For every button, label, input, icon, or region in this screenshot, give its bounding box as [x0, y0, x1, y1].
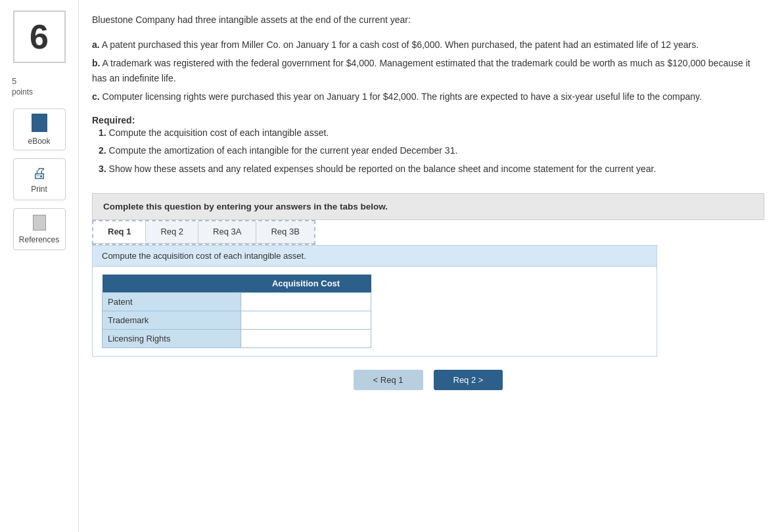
question-number-box: 6 [13, 11, 66, 63]
part-b: b. A trademark was registered with the f… [92, 56, 764, 85]
bottom-nav: < Req 1 Req 2 > [92, 370, 764, 403]
tab-req2[interactable]: Req 2 [146, 221, 198, 243]
tabs-wrapper: Req 1 Req 2 Req 3A Req 3B [92, 220, 315, 245]
print-icon: 🖨 [32, 165, 47, 182]
table-row-trademark: Trademark [103, 311, 371, 329]
references-button[interactable]: References [13, 208, 66, 250]
patent-input[interactable] [246, 296, 365, 308]
required-section: Required: 1. Compute the acquisition cos… [92, 115, 764, 177]
complete-question-box: Complete this question by entering your … [92, 193, 764, 220]
tab-req3b[interactable]: Req 3B [256, 221, 313, 243]
main-content: Bluestone Company had three intangible a… [79, 0, 784, 532]
trademark-value-cell[interactable] [241, 311, 371, 329]
patent-value-cell[interactable] [241, 292, 371, 311]
question-intro: Bluestone Company had three intangible a… [92, 13, 764, 27]
table-header-cost: Acquisition Cost [241, 275, 371, 293]
acquisition-cost-table: Acquisition Cost Patent Trade [102, 275, 371, 348]
tab-req1[interactable]: Req 1 [93, 221, 146, 243]
tab-req3a[interactable]: Req 3A [198, 221, 256, 243]
part-c: c. Computer licensing rights were purcha… [92, 89, 764, 104]
trademark-input[interactable] [246, 314, 365, 326]
required-label: Required: [92, 115, 764, 125]
points-label: 5 [12, 76, 16, 86]
print-label: Print [31, 185, 47, 194]
ebook-button[interactable]: eBook [13, 108, 66, 150]
requirement-2: 2. Compute the amortization of each inta… [99, 143, 764, 159]
next-button[interactable]: Req 2 > [434, 370, 503, 390]
patent-label: Patent [103, 292, 241, 311]
trademark-label: Trademark [103, 311, 241, 329]
points-unit: points [12, 87, 33, 97]
tabs-row: Req 1 Req 2 Req 3A Req 3B [93, 221, 314, 244]
requirements-list: 1. Compute the acquisition cost of each … [99, 125, 764, 177]
tab-container: Req 1 Req 2 Req 3A Req 3B Compute the ac… [92, 220, 657, 357]
print-button[interactable]: 🖨 Print [13, 158, 66, 200]
table-wrapper: Acquisition Cost Patent Trade [93, 267, 657, 356]
question-number: 6 [30, 17, 49, 56]
tab-instruction: Compute the acquisition cost of each int… [93, 246, 657, 267]
prev-button[interactable]: < Req 1 [354, 370, 423, 390]
requirement-3: 3. Show how these assets and any related… [99, 162, 764, 177]
sidebar: 6 5 points eBook 🖨 Print References [0, 0, 79, 532]
question-parts: a. A patent purchased this year from Mil… [92, 37, 764, 104]
table-row-licensing-rights: Licensing Rights [103, 329, 371, 347]
ebook-icon [32, 114, 47, 134]
ebook-label: eBook [28, 137, 50, 146]
licensing-rights-label: Licensing Rights [103, 329, 241, 347]
licensing-rights-value-cell[interactable] [241, 329, 371, 347]
requirement-1: 1. Compute the acquisition cost of each … [99, 125, 764, 141]
references-label: References [19, 235, 59, 244]
table-row-patent: Patent [103, 292, 371, 311]
references-icon [33, 215, 46, 233]
table-header-label [103, 275, 241, 293]
licensing-rights-input[interactable] [246, 332, 365, 345]
part-a: a. A patent purchased this year from Mil… [92, 37, 764, 52]
